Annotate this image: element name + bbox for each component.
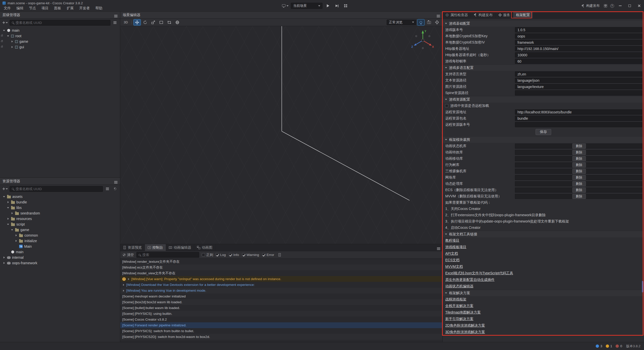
- delete-button[interactable]: 删除: [572, 162, 586, 167]
- create-asset-button[interactable]: [2, 186, 8, 192]
- layout-button[interactable]: [342, 3, 349, 9]
- scene-camera-button[interactable]: [425, 19, 432, 25]
- maximize-button[interactable]: [625, 0, 634, 12]
- delete-button[interactable]: 删除: [572, 156, 586, 161]
- section-header-resource[interactable]: 游戏资源配置: [443, 96, 644, 103]
- save-button[interactable]: 保存: [536, 129, 551, 135]
- delete-button[interactable]: 删除: [572, 194, 586, 199]
- solution-link[interactable]: 2D角色扮演游戏解决方案: [445, 323, 485, 328]
- rect-tool-button[interactable]: [158, 19, 165, 25]
- checkbox-icon[interactable]: [262, 253, 265, 256]
- log-row[interactable]: [Scene] Cocos Creator v3.8.2: [120, 317, 442, 322]
- tree-expand-arrow[interactable]: [3, 256, 6, 258]
- build-publish-button[interactable]: 构建发布: [579, 4, 602, 8]
- tree-expand-arrow[interactable]: [11, 46, 14, 48]
- text-input[interactable]: 1.0.5: [515, 27, 642, 32]
- text-input[interactable]: 60: [515, 59, 642, 64]
- checkbox-icon[interactable]: [242, 253, 245, 256]
- section-header-solutions[interactable]: 框架解决方案: [443, 290, 644, 296]
- menu-item[interactable]: 文件: [1, 6, 14, 11]
- log-row[interactable]: [Window] You are running Vue in developm…: [120, 288, 442, 293]
- tree-expand-arrow[interactable]: [7, 35, 10, 37]
- delete-button[interactable]: 删除: [572, 175, 586, 180]
- log-row[interactable]: [Scene] [PHYSICS]: switch from builtin t…: [120, 328, 442, 334]
- menu-item[interactable]: 面板: [51, 6, 64, 11]
- tab[interactable]: 动画编辑器: [166, 244, 194, 251]
- text-input[interactable]: language/json: [515, 78, 642, 83]
- tree-expand-arrow[interactable]: [11, 212, 14, 214]
- hierarchy-search-input[interactable]: [16, 21, 108, 25]
- tree-row[interactable]: main: [0, 249, 120, 255]
- remote-load-checkbox[interactable]: [445, 104, 448, 107]
- tree-expand-arrow[interactable]: [7, 207, 10, 208]
- status-counter-error[interactable]: 0: [616, 344, 622, 348]
- tree-expand-arrow[interactable]: [7, 224, 10, 225]
- tree-row[interactable]: game: [0, 39, 120, 44]
- close-button[interactable]: [634, 0, 644, 12]
- text-input[interactable]: zh,en: [515, 71, 642, 77]
- tree-expand-arrow[interactable]: [7, 218, 10, 220]
- log-row[interactable]: ![Window] [Vue warn]: Property "onInput"…: [120, 276, 442, 282]
- tab[interactable]: 控制台: [145, 244, 166, 251]
- tree-row[interactable]: bundle: [0, 199, 120, 205]
- text-input[interactable]: [515, 122, 642, 127]
- clear-console-button[interactable]: 清空: [123, 253, 134, 257]
- solution-link[interactable]: 新手引导解决方案: [445, 317, 473, 321]
- menu-item[interactable]: 编辑: [14, 6, 26, 11]
- text-input[interactable]: oops: [515, 33, 642, 39]
- step-button[interactable]: [334, 3, 340, 9]
- tree-row[interactable]: resources: [0, 216, 120, 222]
- section-header-modules[interactable]: 框架模块裁剪: [443, 136, 644, 143]
- tree-row[interactable]: oops-framework: [0, 260, 120, 266]
- view-browse-mode-select[interactable]: 正常浏览: [387, 20, 416, 25]
- log-row[interactable]: [Window] Download the Vue Devtools exten…: [120, 282, 442, 288]
- doc-link[interactable]: 动画状态机编辑器: [445, 284, 473, 289]
- assets-refresh-button[interactable]: [112, 186, 118, 192]
- assets-search-input[interactable]: [16, 187, 101, 191]
- tab[interactable]: 框架配置: [513, 12, 533, 18]
- world-local-toggle-button[interactable]: [174, 19, 181, 25]
- log-row[interactable]: [Window] model_view文件夹不存在: [120, 270, 442, 276]
- regex-toggle[interactable]: 正则: [202, 253, 213, 257]
- section-header-basic[interactable]: 游戏基础配置: [443, 20, 644, 27]
- doc-link[interactable]: 原生包热更新配置自动生成插件: [445, 278, 495, 282]
- status-counter-info[interactable]: 3: [596, 344, 602, 348]
- log-row[interactable]: [Scene] [box2d]:box2d wasm lib loaded.: [120, 299, 442, 305]
- tab[interactable]: 构建发布: [471, 12, 496, 18]
- panel-menu-icon[interactable]: [437, 15, 440, 15]
- text-input[interactable]: http://localhost:8083/assets/bundle: [515, 109, 642, 115]
- tree-row[interactable]: libs: [0, 205, 120, 210]
- tree-row[interactable]: script: [0, 222, 120, 227]
- tree-row[interactable]: root: [0, 33, 120, 39]
- rotate-tool-button[interactable]: [142, 19, 149, 25]
- scene-viewport[interactable]: Y X Z: [120, 26, 442, 244]
- tree-expand-arrow[interactable]: [11, 40, 14, 42]
- log-filter-toggle[interactable]: Error: [262, 253, 274, 257]
- tree-expand-arrow[interactable]: [7, 201, 10, 203]
- menu-item[interactable]: 开发者: [76, 6, 93, 11]
- tab[interactable]: 资源预览: [120, 244, 145, 251]
- play-button[interactable]: [325, 3, 331, 9]
- tab[interactable]: 服务: [496, 12, 513, 18]
- tree-row[interactable]: initialize: [0, 238, 120, 244]
- tree-row[interactable]: TSMain: [0, 244, 120, 249]
- log-row[interactable]: [Window] render_texture文件夹不存在: [120, 259, 442, 265]
- expand-icon[interactable]: [122, 290, 125, 292]
- console-search-input[interactable]: [142, 253, 197, 257]
- move-tool-button[interactable]: [134, 19, 141, 25]
- solution-link[interactable]: 3D角色扮演游戏解决方案: [445, 330, 485, 334]
- expand-icon[interactable]: [127, 278, 130, 280]
- doc-link[interactable]: 教程项目: [445, 238, 459, 243]
- expand-icon[interactable]: [122, 284, 125, 286]
- scrollbar-thumb[interactable]: [642, 281, 644, 292]
- text-input[interactable]: 10000: [515, 52, 642, 58]
- menu-item[interactable]: 扩展: [64, 6, 76, 11]
- doc-link[interactable]: Excel格式转Json文件与TypeScript代码工具: [445, 271, 513, 276]
- doc-link[interactable]: MVVM文档: [445, 265, 463, 269]
- tree-expand-arrow[interactable]: [15, 240, 18, 242]
- panel-menu-icon[interactable]: [114, 181, 117, 182]
- menu-item[interactable]: 节点: [26, 6, 39, 11]
- checkbox-icon[interactable]: [202, 253, 205, 256]
- text-input[interactable]: bundle: [515, 116, 642, 121]
- log-filter-toggle[interactable]: Warning: [242, 253, 259, 257]
